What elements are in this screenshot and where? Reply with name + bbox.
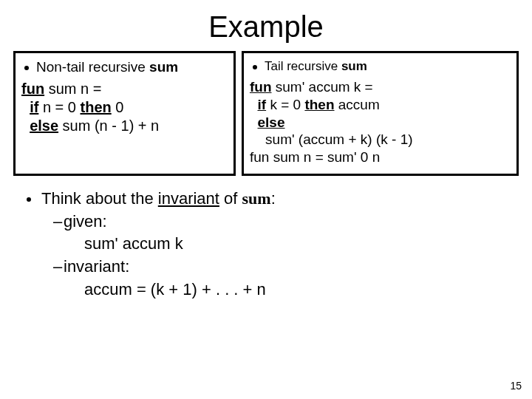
left-code: fun sum n = if n = 0 then 0 else sum (n … [21, 80, 228, 135]
left-header-bold: sum [149, 59, 178, 75]
bullet-icon [24, 66, 29, 70]
right-code: fun sum' accum k = if k = 0 then accum e… [250, 78, 511, 166]
lower-given-row: –given: [53, 211, 519, 233]
lower-given-code: sum' accum k [84, 233, 519, 256]
right-box-header: Tail recursive sum [250, 59, 511, 74]
lower-invariant-code: accum = (k + 1) + . . . + n [84, 279, 519, 301]
right-box: Tail recursive sum fun sum' accum k = if… [242, 51, 519, 176]
lower-text: Think about the invariant of sum: –given… [18, 188, 519, 301]
bullet-icon [27, 197, 31, 202]
left-box: Non-tail recursive sum fun sum n = if n … [13, 51, 236, 176]
code-boxes-row: Non-tail recursive sum fun sum n = if n … [13, 51, 519, 176]
dash-icon: – [53, 211, 64, 233]
lower-line-1: Think about the invariant of sum: [18, 188, 519, 211]
dash-icon: – [53, 256, 64, 279]
left-header-text: Non-tail recursive [36, 59, 149, 75]
slide: Example Non-tail recursive sum fun sum n… [0, 0, 532, 399]
slide-title: Example [13, 10, 519, 44]
page-number: 15 [510, 380, 522, 392]
bullet-icon [253, 65, 257, 69]
left-box-header: Non-tail recursive sum [21, 59, 228, 75]
right-header-text: Tail recursive [265, 59, 341, 73]
right-header-bold: sum [341, 59, 367, 73]
lower-invariant-row: –invariant: [53, 256, 519, 279]
